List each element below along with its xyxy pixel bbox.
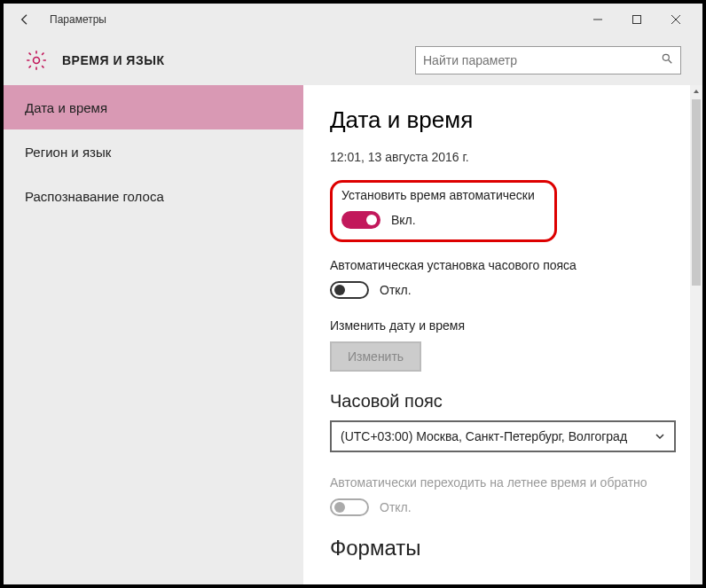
dst-toggle: [330, 498, 369, 516]
sidebar-item-region-language[interactable]: Регион и язык: [4, 129, 303, 174]
auto-tz-toggle[interactable]: [330, 281, 369, 299]
timezone-value: (UTC+03:00) Москва, Санкт-Петербург, Вол…: [341, 429, 627, 443]
auto-time-label: Установить время автоматически: [341, 188, 535, 202]
header: ВРЕМЯ И ЯЗЫК: [4, 35, 702, 85]
close-button[interactable]: [656, 5, 695, 34]
dst-label: Автоматически переходить на летнее время…: [330, 475, 663, 490]
minimize-button[interactable]: [578, 5, 617, 34]
scroll-thumb[interactable]: [692, 99, 701, 286]
search-box[interactable]: [415, 46, 681, 74]
highlight-annotation: Установить время автоматически Вкл.: [330, 180, 557, 242]
timezone-heading: Часовой пояс: [330, 391, 663, 412]
sidebar-item-speech[interactable]: Распознавание голоса: [4, 174, 303, 218]
page-heading: Дата и время: [330, 106, 663, 134]
content-pane: Дата и время 12:01, 13 августа 2016 г. У…: [303, 85, 690, 584]
chevron-down-icon: [655, 431, 665, 442]
back-button[interactable]: [11, 5, 39, 34]
search-icon: [661, 52, 673, 68]
change-datetime-label: Изменить дату и время: [330, 318, 663, 333]
scroll-up-icon[interactable]: [690, 85, 702, 98]
auto-time-state: Вкл.: [391, 213, 416, 227]
svg-point-5: [663, 54, 669, 60]
scrollbar[interactable]: [690, 85, 702, 584]
sidebar-item-label: Распознавание голоса: [25, 189, 164, 204]
maximize-button[interactable]: [617, 5, 656, 34]
app-title: ВРЕМЯ И ЯЗЫК: [62, 53, 164, 67]
minimize-icon: [592, 14, 603, 25]
auto-tz-state: Откл.: [380, 283, 412, 297]
svg-rect-1: [633, 16, 641, 24]
search-input[interactable]: [423, 53, 661, 67]
arrow-left-icon: [18, 12, 32, 27]
formats-heading: Форматы: [330, 536, 663, 561]
titlebar: Параметры: [4, 4, 702, 35]
sidebar-item-date-time[interactable]: Дата и время: [4, 85, 303, 129]
sidebar-item-label: Дата и время: [25, 100, 107, 115]
timezone-select[interactable]: (UTC+03:00) Москва, Санкт-Петербург, Вол…: [330, 420, 676, 452]
maximize-icon: [631, 14, 642, 25]
sidebar: Дата и время Регион и язык Распознавание…: [4, 85, 303, 584]
window-title: Параметры: [50, 13, 106, 26]
sidebar-item-label: Регион и язык: [25, 145, 111, 160]
auto-time-toggle[interactable]: [341, 211, 380, 229]
gear-icon: [25, 49, 48, 72]
dst-state: Откл.: [380, 500, 412, 514]
close-icon: [671, 14, 681, 25]
change-button: Изменить: [330, 341, 421, 372]
current-datetime: 12:01, 13 августа 2016 г.: [330, 150, 663, 164]
svg-point-4: [34, 58, 40, 64]
auto-tz-label: Автоматическая установка часового пояса: [330, 258, 663, 272]
svg-line-6: [669, 60, 672, 64]
